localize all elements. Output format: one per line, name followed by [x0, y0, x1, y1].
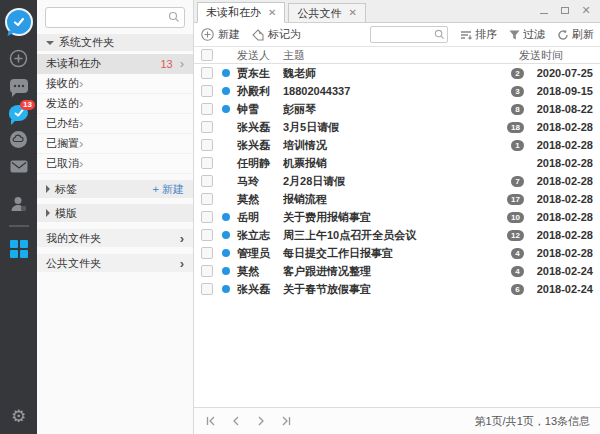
row-checkbox[interactable] [201, 265, 213, 277]
sidebar-item-tags[interactable]: 标签 + 新建 [37, 180, 193, 198]
apps-button[interactable] [0, 235, 37, 262]
rail-divider [9, 225, 29, 227]
row-checkbox[interactable] [201, 157, 213, 169]
minimize-button[interactable] [539, 5, 549, 15]
row-send-time: 2018-02-28 [529, 247, 593, 259]
header-subject[interactable]: 主题 [283, 48, 519, 63]
sidebar-folder-item[interactable]: 发送的 › [37, 94, 193, 114]
sidebar-folder-item[interactable]: 已搁置 › [37, 134, 193, 154]
system-folders-header[interactable]: 系统文件夹 [37, 34, 193, 51]
refresh-button[interactable]: 刷新 [557, 27, 594, 42]
sidebar-folder-item[interactable]: 接收的 › [37, 74, 193, 94]
table-row[interactable]: 孙殿利 18802044337 3 2018-09-15 [194, 82, 600, 100]
icon-rail: 13 ⚙ [0, 0, 37, 434]
chevron-right-icon: › [79, 157, 83, 170]
table-row[interactable]: 张兴磊 3月5日请假 18 2018-02-28 [194, 118, 600, 136]
unread-count-badge: 13 [20, 100, 35, 110]
row-checkbox[interactable] [201, 175, 213, 187]
table-row[interactable]: 任明静 机票报销 2018-02-28 [194, 154, 600, 172]
row-checkbox[interactable] [201, 283, 213, 295]
table-row[interactable]: 钟雪 彭丽琴 8 2018-08-22 [194, 100, 600, 118]
chevron-right-icon: › [79, 97, 83, 110]
tab-label: 未读和在办 [206, 5, 261, 20]
filter-button[interactable]: 过滤 [509, 27, 545, 42]
row-checkbox[interactable] [201, 103, 213, 115]
maximize-button[interactable] [560, 5, 570, 15]
sidebar-item-templates[interactable]: 模版 [37, 204, 193, 222]
row-count-badge: 6 [511, 284, 524, 295]
row-checkbox[interactable] [201, 193, 213, 205]
mail-envelope-icon [10, 160, 28, 173]
row-checkbox[interactable] [201, 229, 213, 241]
row-count-badge: 4 [511, 266, 524, 277]
row-sender: 岳明 [237, 210, 283, 225]
sidebar-folder-item[interactable]: 未读和在办 13 › [37, 54, 193, 74]
row-count-badge: 7 [511, 176, 524, 187]
row-checkbox[interactable] [201, 121, 213, 133]
row-count-badge: 10 [507, 212, 524, 223]
row-checkbox[interactable] [201, 85, 213, 97]
contacts-person-icon [10, 195, 28, 213]
row-send-time: 2018-02-28 [529, 139, 593, 151]
sidebar-item-public-folders[interactable]: 公共文件夹 › [37, 254, 193, 272]
table-row[interactable]: 张兴磊 培训情况 1 2018-02-28 [194, 136, 600, 154]
sidebar-folder-item[interactable]: 已办结 › [37, 114, 193, 134]
chat-dots-icon [10, 79, 28, 93]
table-row[interactable]: 马玲 2月28日请假 7 2018-02-28 [194, 172, 600, 190]
close-icon[interactable]: ✕ [268, 8, 276, 18]
row-sender: 管理员 [237, 246, 283, 261]
mark-as-button[interactable]: 标记为 [252, 27, 301, 42]
row-count-badge: 18 [507, 122, 524, 133]
table-row[interactable]: 贾东生 魏老师 2 2020-07-25 [194, 64, 600, 82]
unread-dot [222, 267, 230, 275]
table-row[interactable]: 莫然 报销流程 17 2018-02-28 [194, 190, 600, 208]
search-icon [434, 29, 445, 40]
row-count-badge: 17 [507, 194, 524, 205]
row-checkbox[interactable] [201, 211, 213, 223]
row-checkbox[interactable] [201, 247, 213, 259]
app-logo[interactable] [0, 7, 37, 37]
row-count-badge: 2 [511, 68, 524, 79]
sort-button[interactable]: 排序 [460, 27, 497, 42]
settings-gear-icon[interactable]: ⚙ [11, 408, 26, 425]
prev-page-button[interactable] [231, 416, 241, 426]
table-row[interactable]: 管理员 每日提交工作日报事宜 4 2018-02-28 [194, 244, 600, 262]
filter-label: 过滤 [523, 27, 545, 42]
first-page-button[interactable] [206, 416, 216, 426]
tab-bar: 未读和在办 ✕ 公共文件 ✕ ✕ [194, 0, 600, 23]
sidebar-item-my-folders[interactable]: 我的文件夹 › [37, 229, 193, 247]
new-item-button[interactable] [0, 45, 37, 72]
next-page-button[interactable] [256, 416, 266, 426]
mail-button[interactable] [0, 153, 37, 180]
table-row[interactable]: 张立志 周三上午10点召开全员会议 12 2018-02-28 [194, 226, 600, 244]
cloud-button[interactable] [0, 126, 37, 153]
new-tag-button[interactable]: + 新建 [153, 182, 184, 197]
table-row[interactable]: 张兴磊 关于春节放假事宜 6 2018-02-24 [194, 280, 600, 298]
sidebar-folder-item[interactable]: 已取消 › [37, 154, 193, 174]
table-row[interactable]: 岳明 关于费用报销事宜 10 2018-02-28 [194, 208, 600, 226]
tab-unread-inprocess[interactable]: 未读和在办 ✕ [197, 2, 285, 23]
table-row[interactable]: 莫然 客户跟进情况整理 4 2018-02-24 [194, 262, 600, 280]
header-sender[interactable]: 发送人 [237, 48, 283, 63]
chevron-right-icon: › [79, 77, 83, 90]
folder-item-label: 未读和在办 [46, 56, 101, 71]
row-checkbox[interactable] [201, 139, 213, 151]
header-send-time[interactable]: 发送时间 [519, 48, 593, 63]
messages-button[interactable] [0, 72, 37, 99]
row-checkbox[interactable] [201, 67, 213, 79]
contacts-button[interactable] [0, 190, 37, 217]
row-subject: 3月5日请假 [283, 120, 507, 135]
close-icon[interactable]: ✕ [348, 8, 356, 18]
close-window-button[interactable]: ✕ [581, 5, 591, 15]
row-sender: 张兴磊 [237, 120, 283, 135]
plus-circle-icon [201, 28, 214, 41]
row-subject: 每日提交工作日报事宜 [283, 246, 511, 261]
tags-label: 标签 [55, 182, 77, 197]
tab-public-files[interactable]: 公共文件 ✕ [288, 3, 365, 22]
last-page-button[interactable] [281, 416, 291, 426]
main-area: 未读和在办 ✕ 公共文件 ✕ ✕ 新建 标记为 [194, 0, 600, 434]
select-all-checkbox[interactable] [201, 49, 213, 61]
tasks-button-active[interactable]: 13 [0, 99, 37, 126]
new-button[interactable]: 新建 [201, 27, 240, 42]
folder-search-input[interactable] [45, 7, 185, 28]
